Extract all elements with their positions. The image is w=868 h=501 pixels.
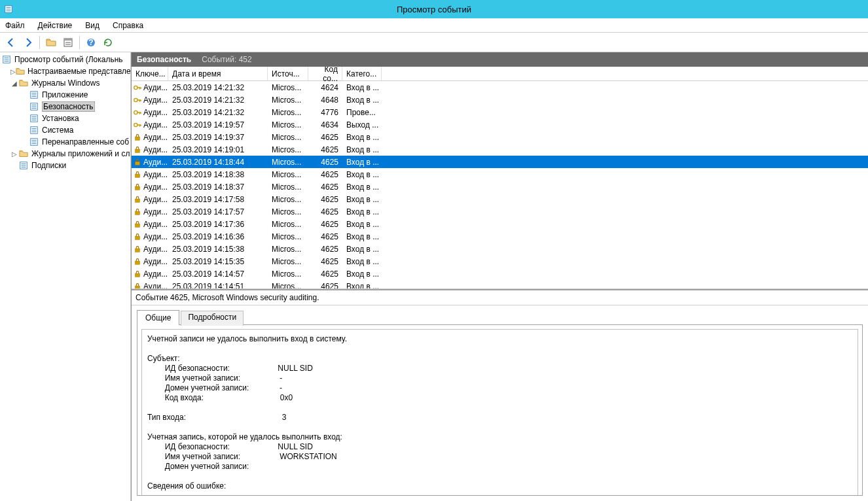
event-row[interactable]: Ауди...25.03.2019 14:19:01Micros...4625В… [132, 143, 868, 156]
lock-icon [133, 207, 142, 216]
event-row[interactable]: Ауди...25.03.2019 14:17:57Micros...4625В… [132, 205, 868, 218]
folder-icon [19, 78, 28, 88]
col-source[interactable]: Источ... [268, 67, 308, 80]
detail-tabs: Общие Подробности [132, 309, 868, 324]
expander-icon[interactable]: ▷ [10, 68, 16, 75]
column-headers: Ключе... Дата и время Источ... Код со...… [132, 67, 868, 81]
detail-line: Учетная запись, которой не удалось выпол… [147, 432, 852, 441]
menu-help[interactable]: Справка [113, 21, 143, 30]
properties-icon [63, 37, 73, 48]
titlebar: Просмотр событий [0, 0, 868, 18]
lock-icon [133, 232, 142, 241]
detail-line [147, 403, 852, 412]
folder-icon [19, 149, 28, 158]
detail-line: Имя учетной записи: - [147, 373, 852, 383]
section-title: Безопасность [137, 55, 191, 64]
event-row[interactable]: Ауди...25.03.2019 14:15:35Micros...4625В… [132, 255, 868, 268]
event-row[interactable]: Ауди...25.03.2019 14:19:37Micros...4625В… [132, 131, 868, 143]
tab-details[interactable]: Подробности [181, 311, 244, 326]
content-header: Безопасность Событий: 452 [132, 52, 868, 67]
key-icon [133, 120, 142, 130]
lock-icon [133, 257, 142, 266]
show-tree-button[interactable] [44, 35, 58, 50]
lock-icon [133, 170, 142, 179]
help-button[interactable] [84, 35, 98, 50]
event-row[interactable]: Ауди...25.03.2019 14:17:58Micros...4625В… [132, 193, 868, 205]
arrow-left-icon [6, 37, 16, 48]
tree-forwarded[interactable]: Перенаправленные соб [0, 136, 130, 148]
event-row[interactable]: Ауди...25.03.2019 14:18:44Micros...4625В… [132, 156, 868, 168]
log-icon [29, 90, 39, 99]
detail-line [147, 344, 852, 353]
folder-icon [46, 37, 56, 48]
detail-line [147, 423, 852, 432]
log-icon [2, 55, 11, 64]
col-code[interactable]: Код со... [308, 67, 342, 80]
event-row[interactable]: Ауди...25.03.2019 14:15:38Micros...4625В… [132, 243, 868, 255]
log-icon [19, 161, 28, 170]
refresh-button[interactable] [101, 35, 115, 50]
event-row[interactable]: Ауди...25.03.2019 14:14:51Micros...4625В… [132, 280, 868, 289]
lock-icon [133, 282, 142, 290]
col-keywords[interactable]: Ключе... [132, 67, 168, 80]
event-row[interactable]: Ауди...25.03.2019 14:17:36Micros...4625В… [132, 218, 868, 230]
tree-root[interactable]: Просмотр событий (Локальнь [0, 54, 130, 65]
detail-box: Учетной записи не удалось выполнить вход… [137, 324, 863, 496]
tab-general[interactable]: Общие [137, 310, 179, 325]
help-icon [86, 37, 96, 48]
forward-button[interactable] [21, 35, 35, 50]
expander-icon[interactable]: ◢ [10, 80, 18, 87]
event-row[interactable]: Ауди...25.03.2019 14:14:57Micros...4625В… [132, 268, 868, 280]
toolbar [0, 33, 868, 52]
tree-system[interactable]: Система [0, 124, 130, 136]
tree-app-services[interactable]: ▷Журналы приложений и сл [0, 148, 130, 160]
window-title: Просмотр событий [0, 5, 868, 14]
refresh-icon [103, 37, 113, 48]
detail-line: Учетной записи не удалось выполнить вход… [147, 334, 852, 343]
col-category[interactable]: Катего... [342, 67, 382, 80]
tree-pane: Просмотр событий (Локальнь ▷Настраиваемы… [0, 52, 131, 501]
tree-windows-logs[interactable]: ◢Журналы Windows [0, 77, 130, 89]
event-row[interactable]: Ауди...25.03.2019 14:21:32Micros...4648В… [132, 94, 868, 106]
event-list: Ключе... Дата и время Источ... Код со...… [132, 67, 868, 289]
menu-view[interactable]: Вид [85, 21, 99, 30]
detail-line: ИД безопасности: NULL SID [147, 442, 852, 451]
expander-icon[interactable]: ▷ [10, 150, 18, 158]
detail-line: Сведения об ошибке: [147, 481, 852, 491]
detail-pane: Событие 4625, Microsoft Windows security… [132, 289, 868, 501]
event-row[interactable]: Ауди...25.03.2019 14:21:32Micros...4776П… [132, 106, 868, 118]
tree-security[interactable]: Безопасность [0, 101, 130, 112]
event-row[interactable]: Ауди...25.03.2019 14:18:38Micros...4625В… [132, 168, 868, 181]
log-icon [29, 126, 39, 135]
tree-application[interactable]: Приложение [0, 89, 130, 101]
log-icon [29, 114, 39, 123]
event-row[interactable]: Ауди...25.03.2019 14:18:37Micros...4625В… [132, 181, 868, 193]
detail-line [147, 472, 852, 481]
key-icon [133, 108, 142, 117]
tree-subscriptions[interactable]: Подписки [0, 160, 130, 171]
lock-icon [133, 133, 142, 142]
detail-line: ИД безопасности: NULL SID [147, 364, 852, 373]
key-icon [133, 95, 142, 105]
event-row[interactable]: Ауди...25.03.2019 14:16:36Micros...4625В… [132, 230, 868, 243]
menu-file[interactable]: Файл [5, 21, 25, 30]
lock-icon [133, 182, 142, 192]
event-row[interactable]: Ауди...25.03.2019 14:19:57Micros...4634В… [132, 118, 868, 131]
event-count: Событий: 452 [202, 55, 251, 64]
tree-setup[interactable]: Установка [0, 112, 130, 124]
menu-action[interactable]: Действие [38, 21, 73, 30]
detail-line: Домен учетной записи: [147, 462, 852, 471]
lock-icon [133, 145, 142, 154]
tree-custom-views[interactable]: ▷Настраиваемые представле [0, 65, 130, 77]
detail-text: Учетной записи не удалось выполнить вход… [141, 329, 858, 496]
arrow-right-icon [23, 37, 33, 48]
folder-icon [16, 67, 25, 76]
toolbar-separator [79, 36, 80, 49]
detail-line: Домен учетной записи: - [147, 383, 852, 392]
back-button[interactable] [4, 35, 18, 50]
event-row[interactable]: Ауди...25.03.2019 14:21:32Micros...4624В… [132, 81, 868, 94]
toolbar-separator [39, 36, 40, 49]
menubar: Файл Действие Вид Справка [0, 18, 868, 33]
col-datetime[interactable]: Дата и время [168, 67, 268, 80]
properties-button[interactable] [61, 35, 75, 50]
